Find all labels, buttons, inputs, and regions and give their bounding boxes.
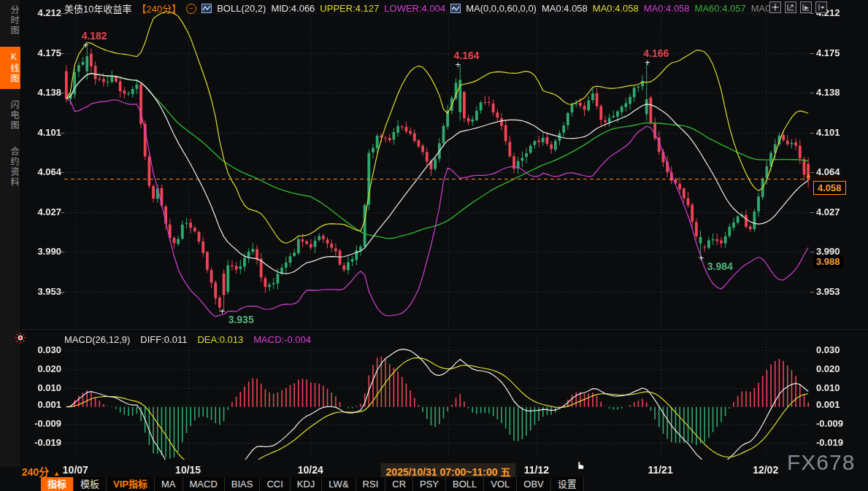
toolbar-item-rsi[interactable]: RSI: [356, 477, 386, 491]
trading-chart-app: 分时图 K线图 闪电图 合约资料 美债10年收益率 【240分】 − BOLL(…: [0, 0, 868, 491]
macd-dea-value: DEA:0.013: [197, 334, 243, 345]
period-dropdown-arrow-icon: ▲: [53, 470, 60, 477]
ma0-yellow-value: MA0:4.058: [593, 3, 639, 14]
toolbar-item-macd[interactable]: MACD: [183, 477, 225, 491]
time-axis-tick: 11/21: [648, 464, 672, 476]
macd-header: MACD(26,12,9) DIFF:0.011 DEA:0.013 MACD:…: [64, 334, 311, 345]
boll-upper-value: UPPER:4.127: [320, 3, 379, 14]
macd-label: MACD(26,12,9): [64, 334, 130, 345]
macd-hist-value: MACD:-0.004: [253, 334, 311, 345]
boll-label: BOLL(20,2): [217, 3, 266, 14]
macd-pane-canvas[interactable]: [0, 330, 868, 463]
toolbar-item-cr[interactable]: CR: [385, 477, 413, 491]
boll-indicator-icon[interactable]: [201, 4, 212, 13]
toolbar-item-obv[interactable]: OBV: [517, 477, 550, 491]
left-sidebar: 分时图 K线图 闪电图 合约资料: [0, 0, 21, 467]
toolbar-item-cci[interactable]: CCI: [260, 477, 290, 491]
pane-divider[interactable]: [0, 329, 868, 330]
toolbar-item-vip-indicators[interactable]: VIP指标: [107, 477, 155, 491]
toolbar-item-bias[interactable]: BIAS: [225, 477, 261, 491]
sidebar-item-contract-info[interactable]: 合约资料: [0, 142, 20, 193]
sidebar-item-flash-chart[interactable]: 闪电图: [0, 95, 20, 136]
period-selector-button[interactable]: 240分▲: [22, 464, 60, 479]
time-axis-tick: 10/24: [298, 464, 323, 476]
ma0-magenta-value: MA0:4.058: [644, 3, 690, 14]
chart-tool-icons: [769, 1, 827, 13]
ma-indicator-icon[interactable]: [450, 4, 461, 13]
instrument-title: 美债10年收益率: [64, 1, 131, 15]
ma0-white-value: MA0:4.058: [542, 3, 588, 14]
time-axis: 240分▲ 2025/10/31 07:00~11:00 五 10/0710/1…: [0, 463, 868, 477]
price-pane-canvas[interactable]: [0, 0, 868, 330]
zoom-scale-icon[interactable]: [800, 1, 812, 13]
sidebar-item-kline-chart[interactable]: K线图: [0, 47, 20, 89]
alert-flash-icon[interactable]: [15, 332, 26, 347]
toolbar-item-indicators[interactable]: 指标: [41, 477, 74, 491]
collapse-indicator-icon[interactable]: −: [186, 4, 196, 14]
cursor-hand-icon: [574, 457, 585, 473]
chart-header: 美债10年收益率 【240分】 − BOLL(20,2) MID:4.066 U…: [64, 2, 773, 15]
toolbar-item-settings[interactable]: 设置: [551, 477, 584, 491]
time-axis-tick: 10/07: [63, 464, 88, 476]
boll-lower-value: LOWER:4.004: [384, 3, 445, 14]
sidebar-item-time-chart[interactable]: 分时图: [0, 0, 20, 41]
toolbar-item-templates[interactable]: 模板: [74, 477, 107, 491]
toolbar-item-lwr[interactable]: LW&: [322, 477, 356, 491]
toolbar-item-psy[interactable]: PSY: [413, 477, 446, 491]
boll-mid-value: MID:4.066: [271, 3, 315, 14]
fit-scale-icon[interactable]: [785, 1, 796, 13]
toolbar-item-boll[interactable]: BOLL: [446, 477, 484, 491]
period-tag: 【240分】: [137, 1, 181, 15]
ma-label: MA(0,0,0,60,0,0): [466, 3, 537, 14]
time-axis-tick: 11/12: [524, 464, 549, 476]
time-axis-tick: 10/15: [175, 464, 201, 476]
pan-right-icon[interactable]: [815, 1, 827, 13]
macd-diff-value: DIFF:0.011: [140, 334, 187, 345]
crosshair-icon[interactable]: [769, 1, 781, 13]
time-axis-tick: 12/02: [753, 464, 778, 476]
toolbar-item-ma[interactable]: MA: [155, 477, 183, 491]
toolbar-item-vol[interactable]: VOL: [484, 477, 517, 491]
indicator-toolbar: 指标模板VIP指标MAMACDBIASCCIKDJLW&RSICRPSYBOLL…: [41, 477, 584, 491]
ma60-value: MA60:4.057: [695, 3, 746, 14]
toolbar-item-kdj[interactable]: KDJ: [291, 477, 323, 491]
